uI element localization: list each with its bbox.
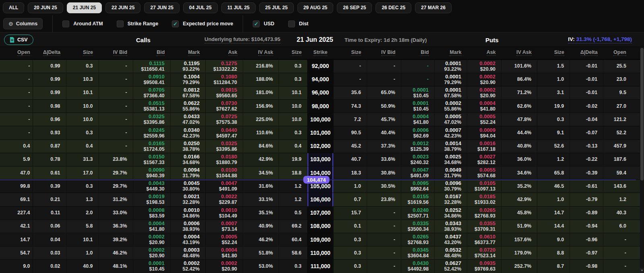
column-header-put-size[interactable]: Size [537, 47, 570, 60]
call-ask-cell[interactable]: 0.0007$73.14 [205, 220, 243, 233]
call-mark-cell[interactable]: 0.000252.42% [170, 260, 205, 273]
put-bid-cell[interactable]: 0.0240$2507.71 [401, 206, 434, 220]
scrollbar[interactable]: ▾ [640, 47, 644, 273]
call-ask-cell[interactable]: 0.0325$3395.86 [205, 140, 243, 153]
put-ask-cell[interactable]: 0.0055$574.68 [467, 166, 502, 180]
put-mark-cell[interactable]: 0.062752.42% [435, 260, 467, 273]
checkbox-expected-price-move[interactable]: ✓Expected price move [172, 21, 233, 27]
put-ask-cell[interactable]: 0.0009$94.04 [467, 126, 502, 140]
call-ask-cell[interactable]: 0.0002$20.90 [205, 260, 243, 273]
column-header-put-bid[interactable]: Bid [401, 47, 434, 60]
put-mark-cell[interactable]: 0.053248.48% [435, 246, 467, 260]
call-bid-cell[interactable]: 0.0150$1567.33 [133, 153, 170, 166]
tab-expiry-27-jun-25[interactable]: 27 JUN 25 [144, 2, 179, 13]
call-bid-cell[interactable]: 0.0008$83.59 [133, 206, 170, 220]
tab-expiry-26-sep-25[interactable]: 26 SEP 25 [337, 2, 372, 13]
call-mark-cell[interactable]: 0.081267.58% [170, 86, 205, 99]
strike-cell[interactable]: 107,000 [308, 206, 334, 220]
put-ask-cell[interactable]: 0.0720$7523.14 [467, 246, 502, 260]
put-ask-cell[interactable]: 0.0185$1933.02 [467, 193, 502, 206]
call-ask-cell[interactable]: 0.0004$41.80 [205, 246, 243, 260]
call-bid-cell[interactable]: 0.0043$449.30 [133, 180, 170, 193]
call-bid-cell[interactable]: 0.0002$20.90 [133, 246, 170, 260]
call-mark-cell[interactable]: 0.100479.29% [170, 73, 205, 86]
put-bid-cell[interactable]: 0.0430$4492.98 [401, 260, 434, 273]
call-bid-cell[interactable]: 0.0090$940.39 [133, 166, 170, 180]
call-ask-cell[interactable]: 0.0440$4597.47 [205, 126, 243, 140]
put-ask-cell[interactable]: 0.0004$41.80 [467, 100, 502, 113]
column-header-call-open[interactable]: Open [0, 47, 33, 60]
put-ask-cell[interactable]: 0.0935$9769.63 [467, 260, 502, 273]
call-bid-cell[interactable]: 0.0515$5381.13 [133, 100, 170, 113]
put-mark-cell[interactable]: 0.004931.79% [435, 166, 467, 180]
call-mark-cell[interactable]: 0.016634.68% [170, 153, 205, 166]
tab-expiry-27-mar-26[interactable]: 27 MAR 26 [415, 2, 452, 13]
underlying-future-price[interactable]: Underlying future: $104,473.95 [204, 36, 281, 43]
strike-cell[interactable]: 106,000 [308, 193, 334, 206]
column-header-put-ask[interactable]: Ask [467, 47, 502, 60]
call-ask-cell[interactable]: 0.0100$1044.88 [205, 166, 243, 180]
call-bid-cell[interactable]: 0.0002$20.90 [133, 233, 170, 246]
tab-expiry-all[interactable]: ALL [3, 2, 24, 13]
call-mark-cell[interactable]: 0.002132.28% [170, 193, 205, 206]
column-header-call-mark[interactable]: Mark [170, 47, 205, 60]
put-mark-cell[interactable]: 0.034338.93% [435, 220, 467, 233]
call-bid-cell[interactable]: 0.0165$1724.05 [133, 140, 170, 153]
call-bid-cell[interactable]: 0.0325$3395.86 [133, 113, 170, 126]
strike-cell[interactable]: 100,000 [308, 113, 334, 126]
call-bid-cell[interactable]: 0.0245$2559.96 [133, 126, 170, 140]
checkbox-strike-range[interactable]: Strike Range [117, 21, 158, 27]
strike-cell[interactable]: 96,000 [308, 86, 334, 99]
call-ask-cell[interactable]: 0.0005$52.24 [205, 233, 243, 246]
call-ask-cell[interactable]: 0.0915$9560.65 [205, 86, 243, 99]
put-ask-cell[interactable]: 0.0027$282.12 [467, 153, 502, 166]
put-bid-cell[interactable]: 0.0047$491.09 [401, 166, 434, 180]
put-mark-cell[interactable]: 0.043743.20% [435, 233, 467, 246]
put-bid-cell[interactable]: 0.0335$3500.34 [401, 220, 434, 233]
strike-cell[interactable]: 102,000 [308, 140, 334, 153]
column-header-call-iv-bid[interactable]: IV Bid [99, 47, 133, 60]
call-ask-cell[interactable]: 0.1080$11284.70 [205, 73, 243, 86]
column-header-put--delta[interactable]: Δ|Delta [570, 47, 603, 60]
put-bid-cell[interactable]: - [401, 73, 434, 86]
put-bid-cell[interactable]: 0.0006$62.69 [401, 126, 434, 140]
call-mark-cell[interactable]: 0.000443.19% [170, 233, 205, 246]
tab-expiry-22-jun-25[interactable]: 22 JUN 25 [105, 2, 140, 13]
call-ask-cell[interactable]: 0.0022$229.87 [205, 193, 243, 206]
column-header-call-size[interactable]: Size [279, 47, 308, 60]
call-bid-cell[interactable]: 0.0019$198.53 [133, 193, 170, 206]
call-mark-cell[interactable]: 0.025038.78% [170, 140, 205, 153]
strike-cell[interactable]: 109,000 [308, 233, 334, 246]
call-mark-cell[interactable]: 0.043347.02% [170, 113, 205, 126]
column-header-call-size[interactable]: Size [66, 47, 99, 60]
put-bid-cell[interactable]: 0.0004$41.80 [401, 113, 434, 126]
csv-export-button[interactable]: CSV [4, 35, 33, 45]
put-ask-cell[interactable]: 0.0016$167.18 [467, 140, 502, 153]
call-mark-cell[interactable]: 0.119593.22% [170, 60, 205, 73]
checkbox-dist[interactable]: Dist [288, 21, 309, 27]
strike-cell[interactable]: 92,000 [308, 60, 334, 73]
call-ask-cell[interactable]: 0.0010$104.49 [205, 206, 243, 220]
strike-cell[interactable]: 103,000 [308, 153, 334, 166]
column-header-put-iv-bid[interactable]: IV Bid [367, 47, 401, 60]
tab-expiry-25-jul-25[interactable]: 25 JUL 25 [259, 2, 294, 13]
put-bid-cell[interactable]: 0.0345$3604.84 [401, 246, 434, 260]
call-bid-cell[interactable]: 0.0001$10.45 [133, 260, 170, 273]
column-header-call-bid[interactable]: Bid [133, 47, 170, 60]
put-mark-cell[interactable]: 0.001438.79% [435, 140, 467, 153]
call-bid-cell[interactable]: 0.0910$9508.41 [133, 73, 170, 86]
strike-cell[interactable]: 110,000 [308, 246, 334, 260]
call-ask-cell[interactable]: 0.0725$7575.38 [205, 113, 243, 126]
put-bid-cell[interactable]: - [401, 60, 434, 73]
scrollbar-thumb[interactable] [640, 48, 644, 181]
strike-cell[interactable]: 94,000 [308, 73, 334, 86]
call-ask-cell[interactable]: 0.0730$7627.62 [205, 100, 243, 113]
put-ask-cell[interactable]: 0.0355$3709.31 [467, 220, 502, 233]
put-bid-cell[interactable]: 0.0095$992.64 [401, 180, 434, 193]
put-mark-cell[interactable]: 0.000255.86% [435, 100, 467, 113]
column-header-put-iv-ask[interactable]: IV Ask [502, 47, 537, 60]
call-mark-cell[interactable]: 0.000638.93% [170, 220, 205, 233]
strike-cell[interactable]: 98,000 [308, 100, 334, 113]
strike-cell[interactable]: 108,000 [308, 220, 334, 233]
strike-cell[interactable]: 111,000 [308, 260, 334, 273]
